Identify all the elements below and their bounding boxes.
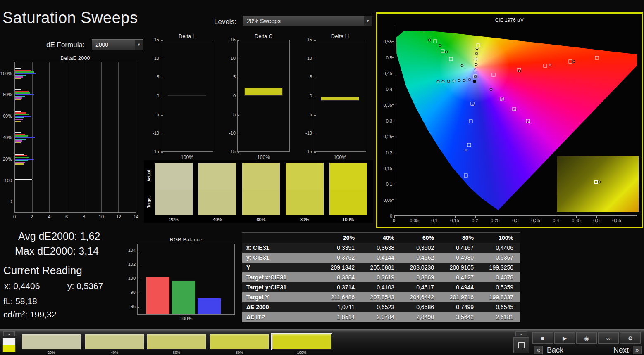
axis-label: 0 — [225, 93, 236, 98]
table-header: 100% — [480, 233, 520, 243]
corner-swatch-bottom — [3, 345, 15, 352]
table-cell: 0,4167 — [441, 243, 480, 253]
expand-left-button[interactable]: ▲ — [3, 331, 15, 336]
reading-fl: fL: 58,18 — [3, 296, 37, 306]
stop-icon: ■ — [541, 335, 544, 341]
gear-button[interactable]: ⚙ — [620, 332, 641, 344]
axis-label: 5 — [148, 74, 159, 79]
axis-label: -5 — [301, 112, 312, 117]
table-cell: 0,4127 — [441, 272, 480, 282]
tick-mark — [536, 216, 536, 218]
tick-mark — [392, 104, 394, 105]
table-cell: 211,6486 — [322, 292, 361, 302]
avg-de2000: Avg dE2000: 1,62 — [18, 230, 100, 242]
table-cell: 0,5367 — [480, 253, 520, 263]
table-cell: 199,3250 — [480, 263, 520, 272]
de-formula-dropdown[interactable]: 2000 ▼ — [92, 39, 143, 50]
cie-zoom-inset — [557, 156, 639, 212]
tick-mark — [392, 168, 394, 168]
measured-point — [489, 88, 492, 91]
swatch — [286, 163, 323, 215]
swatch — [147, 334, 206, 350]
tick-mark — [138, 251, 139, 251]
axis-label: 100 — [128, 276, 136, 281]
deltae-bar — [15, 179, 33, 180]
table-cell: 207,8543 — [361, 292, 401, 302]
table-cell: 201,9716 — [441, 292, 480, 302]
axis-label: 0 — [390, 213, 392, 218]
deltae-bar — [15, 111, 21, 112]
swatch-label: 80% — [210, 350, 269, 355]
target-square — [449, 57, 453, 61]
next-button[interactable]: Next » — [589, 346, 642, 355]
reading-x: x: 0,4406 — [4, 281, 40, 291]
actual-swatch — [242, 163, 280, 190]
play-button[interactable]: ▶ — [554, 332, 575, 344]
infinity-button[interactable]: ∞ — [598, 332, 619, 344]
measured-point — [428, 38, 431, 41]
tick-mark — [455, 216, 456, 218]
target-square — [464, 173, 468, 177]
deltae-bar-group — [15, 179, 136, 181]
axis-label: 0,45 — [384, 71, 392, 76]
measured-point — [518, 69, 521, 72]
chart-plot — [314, 40, 366, 152]
reading-y: y: 0,5367 — [67, 281, 103, 291]
tick-mark — [314, 115, 316, 116]
expand-right-button[interactable]: ▲ — [515, 331, 527, 336]
table-cell: 0,3752 — [322, 253, 361, 263]
corner-swatch[interactable] — [2, 338, 16, 352]
measured-point — [465, 149, 467, 151]
axis-label: 0 — [301, 93, 312, 98]
pattern-window-button[interactable] — [513, 337, 529, 353]
deltae-bar — [15, 114, 29, 115]
actual-swatch — [329, 163, 367, 190]
measured-point — [458, 79, 460, 82]
axis-label: 0,45 — [572, 218, 580, 223]
bottom-swatch[interactable]: 40% — [85, 334, 144, 355]
axis-label: 102 — [128, 262, 136, 267]
bottom-swatch[interactable]: 100% — [272, 334, 332, 355]
bottom-swatch[interactable]: 60% — [147, 334, 206, 355]
axis-label: 0,35 — [384, 103, 392, 108]
record-button[interactable]: ◉ — [576, 332, 597, 344]
stop-button[interactable]: ■ — [532, 332, 553, 344]
axis-label: 0,1 — [386, 182, 392, 187]
deltae-bar — [15, 163, 24, 165]
back-button[interactable]: « Back — [534, 346, 587, 355]
rgb-x-label: 100% — [137, 316, 235, 322]
tick-mark — [314, 134, 316, 134]
tick-mark — [314, 59, 316, 59]
tick-mark — [138, 265, 139, 265]
tick-mark — [496, 216, 496, 218]
table-cell: 0,3384 — [322, 272, 361, 282]
axis-label: 5 — [225, 74, 236, 79]
table-cell: 0,4406 — [480, 243, 520, 253]
deltae-bar — [15, 139, 26, 140]
measured-point — [452, 80, 455, 83]
up-arrow-icon: ▲ — [520, 333, 523, 336]
deltae-bar — [15, 112, 27, 114]
axis-label: 10 — [99, 214, 104, 219]
row-label: ΔE 2000 — [242, 302, 322, 312]
axis-label: 4 — [48, 214, 50, 219]
tick-mark — [161, 134, 163, 134]
bottom-swatch[interactable]: 20% — [21, 334, 81, 355]
measured-point — [463, 79, 466, 82]
levels-dropdown[interactable]: 20% Sweeps ▼ — [243, 16, 372, 26]
gear-icon: ⚙ — [628, 335, 633, 341]
axis-label: 0,05 — [410, 218, 418, 223]
deltae-bar — [15, 159, 34, 160]
gridline — [136, 62, 136, 212]
next-icon: » — [633, 346, 642, 354]
deltae-bar — [15, 76, 24, 78]
target-square — [568, 60, 572, 64]
saturation-swatch: 20% — [155, 163, 193, 223]
deltae-bar — [15, 157, 30, 158]
axis-label: 96 — [131, 304, 136, 309]
measured-point — [472, 104, 475, 106]
rgb-balance-title: RGB Balance — [137, 237, 235, 243]
measured-point — [549, 64, 551, 66]
bottom-swatch[interactable]: 80% — [210, 334, 269, 355]
axis-label: 0,55 — [384, 39, 392, 44]
